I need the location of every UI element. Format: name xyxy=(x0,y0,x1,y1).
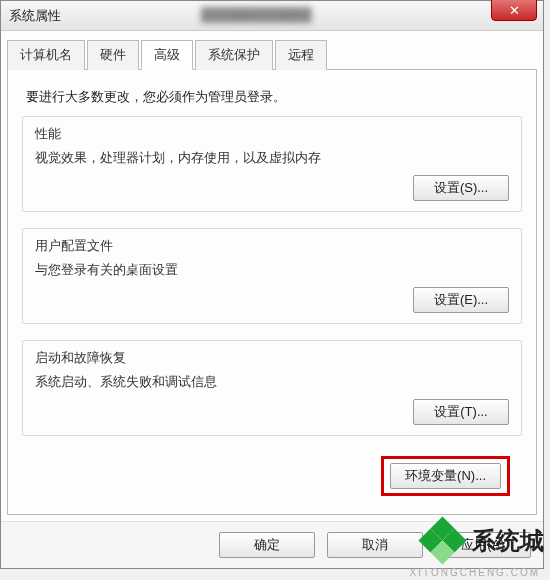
group-startup-recovery: 启动和故障恢复 系统启动、系统失败和调试信息 设置(T)... xyxy=(22,340,522,436)
group-performance-title: 性能 xyxy=(35,125,509,143)
client-area: 计算机名 硬件 高级 系统保护 远程 要进行大多数更改，您必须作为管理员登录。 … xyxy=(1,31,543,521)
ok-button[interactable]: 确定 xyxy=(219,532,315,558)
tab-body-advanced: 要进行大多数更改，您必须作为管理员登录。 性能 视觉效果，处理器计划，内存使用，… xyxy=(7,70,537,515)
tab-computer-name[interactable]: 计算机名 xyxy=(7,40,85,70)
row: 设置(S)... xyxy=(35,175,509,201)
apply-button[interactable]: 应用(A) xyxy=(435,532,531,558)
group-startup-recovery-title: 启动和故障恢复 xyxy=(35,349,509,367)
tab-advanced[interactable]: 高级 xyxy=(141,40,193,70)
window-title: 系统属性 xyxy=(9,7,61,25)
close-button[interactable]: ✕ xyxy=(491,0,537,21)
tab-strip: 计算机名 硬件 高级 系统保护 远程 xyxy=(7,39,537,70)
row: 设置(T)... xyxy=(35,399,509,425)
group-startup-recovery-desc: 系统启动、系统失败和调试信息 xyxy=(35,373,509,391)
dialog-bottom-buttons: 确定 取消 应用(A) xyxy=(1,521,543,568)
blurred-text: ████████████ xyxy=(201,7,312,22)
environment-variables-button[interactable]: 环境变量(N)... xyxy=(390,463,501,489)
cancel-button[interactable]: 取消 xyxy=(327,532,423,558)
env-vars-highlight: 环境变量(N)... xyxy=(381,456,510,496)
admin-intro-text: 要进行大多数更改，您必须作为管理员登录。 xyxy=(26,88,522,106)
group-user-profiles: 用户配置文件 与您登录有关的桌面设置 设置(E)... xyxy=(22,228,522,324)
row: 设置(E)... xyxy=(35,287,509,313)
env-row: 环境变量(N)... xyxy=(22,452,522,500)
titlebar: 系统属性 ████████████ ✕ xyxy=(1,1,543,31)
tab-remote[interactable]: 远程 xyxy=(275,40,327,70)
system-properties-window: 系统属性 ████████████ ✕ 计算机名 硬件 高级 系统保护 远程 要… xyxy=(0,0,544,569)
group-user-profiles-title: 用户配置文件 xyxy=(35,237,509,255)
performance-settings-button[interactable]: 设置(S)... xyxy=(413,175,509,201)
user-profiles-settings-button[interactable]: 设置(E)... xyxy=(413,287,509,313)
close-icon: ✕ xyxy=(509,3,520,18)
group-performance: 性能 视觉效果，处理器计划，内存使用，以及虚拟内存 设置(S)... xyxy=(22,116,522,212)
tab-hardware[interactable]: 硬件 xyxy=(87,40,139,70)
startup-recovery-settings-button[interactable]: 设置(T)... xyxy=(413,399,509,425)
group-user-profiles-desc: 与您登录有关的桌面设置 xyxy=(35,261,509,279)
watermark-subtext: XITONGCHENG.COM xyxy=(410,567,540,578)
tab-system-protection[interactable]: 系统保护 xyxy=(195,40,273,70)
group-performance-desc: 视觉效果，处理器计划，内存使用，以及虚拟内存 xyxy=(35,149,509,167)
